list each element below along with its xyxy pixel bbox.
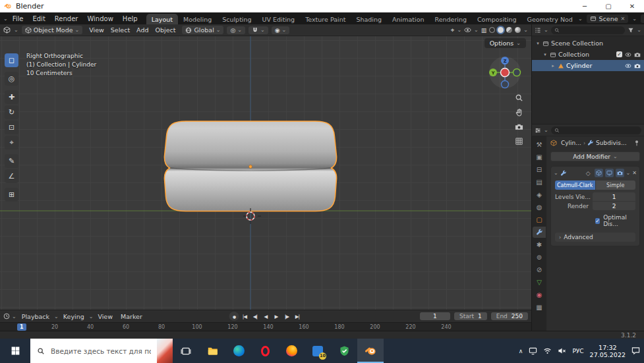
- jump-to-end-button[interactable]: ▶|: [293, 312, 303, 321]
- props-tab-physics[interactable]: ⊚: [533, 252, 546, 263]
- zoom-icon[interactable]: [515, 94, 523, 102]
- cylinder-object[interactable]: [164, 121, 336, 211]
- pivot-point-dropdown[interactable]: ◎ ⌄: [227, 26, 245, 34]
- pin-icon[interactable]: [633, 140, 640, 146]
- scene-browse-icon[interactable]: ⌄: [578, 16, 583, 22]
- outliner-row-cylinder[interactable]: ▸ Cylinder: [532, 60, 644, 71]
- camera-icon[interactable]: [634, 51, 641, 58]
- snap-toggle[interactable]: ⌄: [249, 26, 268, 34]
- next-keyframe-button[interactable]: |▶: [282, 312, 292, 321]
- props-tab-output[interactable]: ⊟: [533, 164, 546, 175]
- properties-search-input[interactable]: [551, 126, 641, 134]
- add-modifier-button[interactable]: Add Modifier ⌄: [550, 152, 640, 161]
- props-tab-tool[interactable]: ⚒: [533, 139, 546, 150]
- tab-shading[interactable]: Shading: [351, 14, 387, 24]
- tab-texture-paint[interactable]: Texture Paint: [300, 14, 351, 24]
- props-tab-scene[interactable]: ◈: [533, 189, 546, 200]
- realtime-toggle-icon[interactable]: [605, 169, 614, 177]
- advanced-section-header[interactable]: › Advanced: [555, 233, 635, 242]
- scene-selector[interactable]: Scene ✕: [587, 14, 629, 23]
- props-tab-constraints[interactable]: ⊘: [533, 264, 546, 275]
- tab-geometry-nodes[interactable]: Geometry Nod: [522, 14, 578, 24]
- modifier-close-icon[interactable]: ✕: [632, 170, 637, 176]
- eye-icon[interactable]: [625, 63, 631, 69]
- viewlayer-browse-icon[interactable]: ⌄: [632, 16, 637, 22]
- viewlayer-selector[interactable]: ViewLayer ✕: [641, 14, 644, 23]
- levels-viewport-field[interactable]: 1: [593, 192, 635, 201]
- antivirus-button[interactable]: [331, 339, 357, 363]
- minimize-button[interactable]: ─: [573, 0, 597, 12]
- on-cage-toggle-icon[interactable]: ◇: [584, 169, 593, 177]
- maximize-button[interactable]: ▢: [597, 0, 620, 12]
- scene-unlink-icon[interactable]: ✕: [621, 16, 626, 22]
- opera-browser-button[interactable]: [252, 339, 278, 363]
- menu-add[interactable]: Add: [133, 26, 152, 34]
- props-tab-object[interactable]: ▢: [533, 214, 546, 225]
- display-tray-icon[interactable]: [529, 347, 537, 355]
- collection-checkbox[interactable]: ✓: [616, 51, 622, 57]
- file-explorer-button[interactable]: [199, 339, 225, 363]
- play-reverse-button[interactable]: ◀: [261, 312, 271, 321]
- volume-tray-icon[interactable]: [558, 347, 566, 355]
- menu-help[interactable]: Help: [118, 14, 142, 24]
- perspective-grid-icon[interactable]: [515, 137, 523, 146]
- tab-rendering[interactable]: Rendering: [429, 14, 472, 24]
- close-button[interactable]: ✕: [620, 0, 644, 12]
- camera-icon[interactable]: [634, 63, 641, 69]
- render-levels-field[interactable]: 2: [593, 202, 635, 210]
- props-tab-material[interactable]: ◉: [533, 289, 546, 300]
- disclosure-icon[interactable]: ▾: [535, 41, 541, 46]
- proportional-editing-toggle[interactable]: ◉ ⌄: [272, 26, 290, 34]
- current-frame-marker[interactable]: 1: [17, 323, 26, 331]
- props-tab-particles[interactable]: ✱: [533, 239, 546, 250]
- props-tab-world[interactable]: ◍: [533, 202, 546, 213]
- tab-compositing[interactable]: Compositing: [472, 14, 522, 24]
- props-tab-render[interactable]: ▣: [533, 152, 546, 163]
- menu-marker[interactable]: Marker: [117, 312, 146, 321]
- editor-type-icon[interactable]: [3, 26, 11, 34]
- play-button[interactable]: ▶: [272, 312, 281, 321]
- taskbar-clock[interactable]: 17:32 27.05.2022: [590, 344, 626, 358]
- shading-rendered-button[interactable]: [515, 27, 521, 33]
- optimal-display-checkbox[interactable]: ✓: [595, 218, 600, 224]
- prev-keyframe-button[interactable]: ◀|: [250, 312, 260, 321]
- properties-editor-icon[interactable]: [535, 127, 541, 134]
- options-dropdown[interactable]: Options ⌄: [484, 38, 526, 48]
- timeline-editor-icon[interactable]: [3, 313, 10, 320]
- menu-object[interactable]: Object: [152, 26, 179, 34]
- pan-hand-icon[interactable]: [515, 108, 523, 117]
- start-button[interactable]: [0, 339, 30, 363]
- timeline-ruler[interactable]: 1 20 40 60 80 100 120 140 160 180 200 22…: [0, 322, 531, 331]
- current-frame-field[interactable]: 1: [420, 312, 450, 320]
- firefox-browser-button[interactable]: [278, 339, 305, 363]
- menu-view[interactable]: View: [86, 26, 107, 34]
- props-tab-modifiers[interactable]: [533, 227, 546, 238]
- menu-keying[interactable]: Keying: [60, 312, 88, 321]
- modifier-extras-icon[interactable]: ⌄: [626, 170, 631, 176]
- edge-browser-button[interactable]: [225, 339, 252, 363]
- props-tab-viewlayer[interactable]: ▤: [533, 177, 546, 188]
- outliner-search-input[interactable]: [551, 26, 626, 34]
- taskbar-search[interactable]: [30, 339, 173, 363]
- annotate-tool[interactable]: ✎: [5, 154, 18, 168]
- 3d-viewport[interactable]: Right Orthographic (1) Collection | Cyli…: [0, 36, 531, 310]
- end-frame-field[interactable]: End 250: [491, 312, 528, 320]
- breadcrumb-object[interactable]: Cylin...: [561, 140, 581, 146]
- add-primitive-tool[interactable]: ⊞: [5, 188, 18, 202]
- scale-tool[interactable]: ⊡: [5, 121, 18, 134]
- outliner-row-scene-collection[interactable]: ▾ Scene Collection: [532, 38, 644, 49]
- modifier-expand-icon[interactable]: ⌄: [554, 170, 558, 176]
- catmull-clark-button[interactable]: Catmull-Clark: [555, 181, 595, 190]
- breadcrumb-modifier[interactable]: Subdivis...: [596, 140, 626, 146]
- search-input[interactable]: [49, 347, 152, 356]
- photos-app-button[interactable]: 10: [305, 339, 331, 363]
- menu-render[interactable]: Render: [50, 14, 83, 24]
- outliner-row-collection[interactable]: ▾ Collection ✓: [532, 49, 644, 60]
- navigation-gizmo[interactable]: Z Y: [488, 55, 522, 90]
- show-gizmos-icon[interactable]: ⌖: [451, 26, 455, 34]
- eye-icon[interactable]: [625, 51, 631, 58]
- disclosure-icon[interactable]: ▸: [550, 63, 556, 69]
- task-view-button[interactable]: [173, 339, 199, 363]
- transform-orientation-dropdown[interactable]: Global ⌄: [182, 26, 223, 34]
- tab-modeling[interactable]: Modeling: [178, 14, 217, 24]
